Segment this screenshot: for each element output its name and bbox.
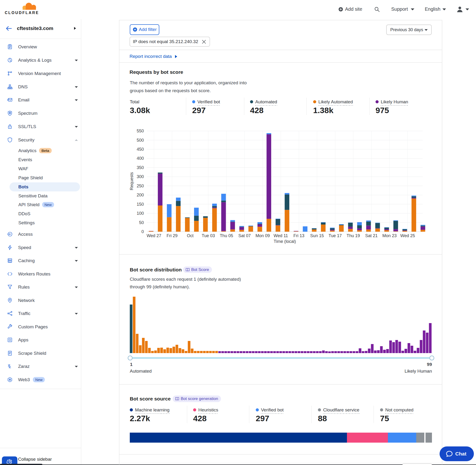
svg-text:300: 300 xyxy=(137,174,144,179)
svg-text:Mon 23: Mon 23 xyxy=(382,233,397,238)
svg-text:Sat 21: Sat 21 xyxy=(365,233,378,238)
svg-text:500: 500 xyxy=(137,138,144,143)
svg-text:150: 150 xyxy=(137,202,144,207)
svg-text:Mon 09: Mon 09 xyxy=(255,233,270,238)
svg-text:Wed 11: Wed 11 xyxy=(274,233,288,238)
svg-text:Tue 03: Tue 03 xyxy=(202,233,215,238)
svg-text:Thu 19: Thu 19 xyxy=(347,233,360,238)
svg-text:100: 100 xyxy=(137,211,144,216)
svg-text:450: 450 xyxy=(137,147,144,152)
svg-text:Fri 29: Fri 29 xyxy=(167,233,178,238)
svg-text:550: 550 xyxy=(137,128,144,133)
svg-text:200: 200 xyxy=(137,193,144,197)
svg-text:400: 400 xyxy=(137,156,144,161)
svg-text:Requests: Requests xyxy=(129,172,134,190)
svg-text:0: 0 xyxy=(141,229,144,234)
svg-text:Sat 07: Sat 07 xyxy=(238,233,251,238)
svg-text:50: 50 xyxy=(139,220,144,225)
svg-text:350: 350 xyxy=(137,165,144,170)
svg-text:Sun 15: Sun 15 xyxy=(310,233,324,238)
svg-text:250: 250 xyxy=(137,184,144,188)
svg-text:Oct: Oct xyxy=(187,233,194,238)
svg-text:Wed 27: Wed 27 xyxy=(147,233,161,238)
svg-text:Fri 13: Fri 13 xyxy=(293,233,304,238)
svg-text:Thu 05: Thu 05 xyxy=(220,233,233,238)
svg-text:Tue 17: Tue 17 xyxy=(328,233,342,238)
svg-text:Wed 25: Wed 25 xyxy=(400,233,415,238)
svg-text:Time (local): Time (local) xyxy=(274,239,296,244)
